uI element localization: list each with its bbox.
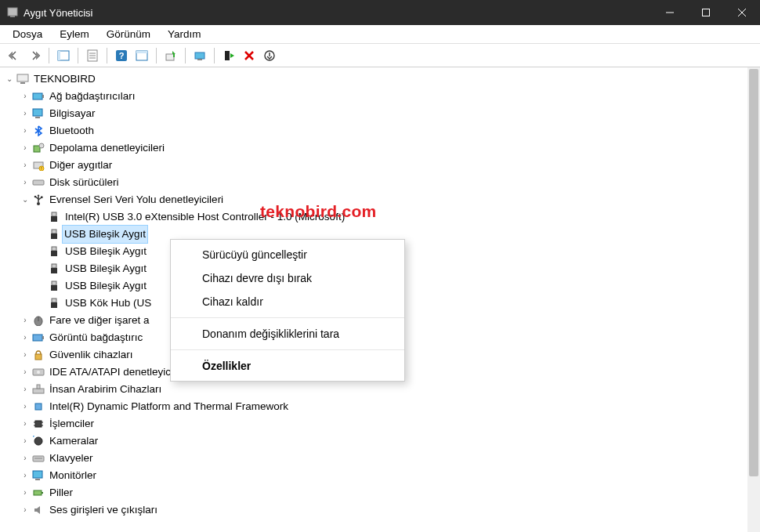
disk-drive-icon (31, 176, 45, 189)
disable-device-button[interactable] (260, 46, 279, 65)
tree-category-batteries[interactable]: › Piller (0, 484, 760, 501)
usb-device-icon (47, 245, 61, 258)
tree-category-intel-dptf[interactable]: › Intel(R) Dynamic Platform and Thermal … (0, 398, 760, 415)
svg-rect-57 (42, 336, 44, 339)
svg-rect-62 (37, 385, 40, 389)
tree-item-label: Ağ bağdaştırıcıları (49, 88, 136, 105)
tree-category-keyboards[interactable]: › Klavyeler (0, 450, 760, 467)
tree-category-disk[interactable]: › Disk sürücüleri (0, 174, 760, 191)
ctx-disable-device[interactable]: Cihazı devre dışı bırak (171, 266, 404, 290)
ctx-update-driver[interactable]: Sürücüyü güncelleştir (171, 243, 404, 266)
maximize-button[interactable] (688, 0, 724, 25)
svg-rect-64 (35, 421, 42, 427)
computer-icon (16, 73, 30, 85)
ctx-scan-hardware[interactable]: Donanım değişikliklerini tara (171, 322, 404, 346)
toolbar-separator (107, 48, 107, 63)
toolbar-separator (214, 48, 215, 63)
chevron-right-icon[interactable]: › (19, 383, 31, 396)
tree-root[interactable]: ⌄ TEKNOBIRD (0, 71, 760, 88)
svg-rect-48 (52, 264, 56, 268)
chevron-right-icon[interactable]: › (19, 400, 31, 413)
help-button[interactable]: ? (112, 46, 131, 65)
update-driver-button[interactable] (161, 46, 180, 65)
svg-rect-47 (51, 251, 57, 256)
chevron-right-icon[interactable]: › (19, 504, 31, 516)
processor-icon (31, 418, 45, 430)
tree-category-computer[interactable]: › Bilgisayar (0, 105, 760, 122)
mouse-icon (31, 314, 45, 327)
ide-controller-icon (31, 366, 45, 378)
tree-root-label: TEKNOBIRD (33, 71, 96, 88)
tree-category-storage[interactable]: › Depolama denetleyicileri (0, 139, 760, 157)
chevron-right-icon[interactable]: › (19, 331, 31, 344)
window-title: Aygıt Yöneticisi (24, 7, 92, 19)
menubar: Dosya Eylem Görünüm Yardım (0, 25, 760, 44)
chevron-down-icon[interactable]: ⌄ (19, 194, 31, 206)
tree-item-label: Görüntü bağdaştırıc (49, 329, 143, 346)
tree-item-label: USB Bileşik Aygıt (62, 225, 148, 244)
svg-rect-63 (35, 404, 42, 410)
show-hide-tree-button[interactable] (54, 46, 73, 65)
tree-category-usb[interactable]: ⌄ Evrensel Seri Veri Yolu denetleyiciler… (0, 191, 760, 208)
ctx-properties[interactable]: Özellikler (171, 354, 404, 378)
tree-item-label: Ses girişleri ve çıkışları (49, 501, 158, 519)
tree-device-usb-host-controller[interactable]: Intel(R) USB 3.0 eXtensible Host Control… (0, 208, 760, 226)
tree-category-sound[interactable]: › Ses girişleri ve çıkışları (0, 501, 760, 519)
menu-view[interactable]: Görünüm (99, 27, 158, 42)
bluetooth-icon (31, 125, 45, 137)
tree-category-bluetooth[interactable]: › Bluetooth (0, 122, 760, 139)
scan-hardware-button[interactable] (190, 46, 209, 65)
minimize-button[interactable] (652, 0, 688, 25)
tree-category-cameras[interactable]: › Kameralar (0, 432, 760, 450)
chevron-right-icon[interactable]: › (19, 452, 31, 465)
tree-item-label: Depolama denetleyicileri (49, 139, 165, 157)
chevron-right-icon[interactable]: › (19, 90, 31, 103)
tree-category-network[interactable]: › Ağ bağdaştırıcıları (0, 88, 760, 105)
menu-help[interactable]: Yardım (160, 27, 209, 42)
chevron-right-icon[interactable]: › (19, 125, 31, 137)
toolbar-separator (185, 48, 186, 63)
storage-controller-icon (31, 142, 45, 154)
context-menu: Sürücüyü güncelleştir Cihazı devre dışı … (170, 239, 405, 382)
chevron-right-icon[interactable]: › (19, 487, 31, 499)
forward-button[interactable] (25, 46, 44, 65)
uninstall-device-button[interactable] (240, 46, 259, 65)
svg-rect-0 (8, 8, 17, 16)
svg-rect-35 (33, 180, 44, 185)
chevron-right-icon[interactable]: › (19, 159, 31, 172)
svg-rect-16 (166, 54, 174, 60)
chevron-right-icon[interactable]: › (19, 469, 31, 482)
svg-rect-74 (35, 479, 40, 480)
enable-device-button[interactable] (219, 46, 238, 65)
camera-icon (31, 435, 45, 447)
close-button[interactable] (724, 0, 760, 25)
chevron-right-icon[interactable]: › (19, 435, 31, 447)
battery-icon (31, 487, 45, 499)
ctx-uninstall-device[interactable]: Cihazı kaldır (171, 290, 404, 313)
network-adapter-icon (31, 90, 45, 103)
tree-category-other[interactable]: › ! Diğer aygıtlar (0, 157, 760, 174)
tree-item-label: Intel(R) Dynamic Platform and Thermal Fr… (49, 398, 289, 415)
svg-point-40 (34, 196, 37, 198)
tree-category-processors[interactable]: › İşlemciler (0, 415, 760, 432)
other-devices-icon: ! (31, 159, 45, 172)
usb-controller-icon (31, 194, 45, 206)
chevron-right-icon[interactable]: › (19, 176, 31, 189)
tree-category-hid[interactable]: › İnsan Arabirim Cihazları (0, 381, 760, 398)
menu-action[interactable]: Eylem (52, 27, 97, 42)
chevron-right-icon[interactable]: › (19, 107, 31, 120)
keyboard-icon (31, 452, 45, 465)
tree-item-label: USB Bileşik Aygıt (64, 243, 147, 260)
chevron-right-icon[interactable]: › (19, 418, 31, 430)
chevron-right-icon[interactable]: › (19, 314, 31, 327)
chevron-right-icon[interactable]: › (19, 142, 31, 154)
action-button[interactable] (132, 46, 151, 65)
chevron-right-icon[interactable]: › (19, 366, 31, 378)
chevron-right-icon[interactable]: › (19, 349, 31, 361)
properties-button[interactable] (83, 46, 102, 65)
back-button[interactable] (5, 46, 24, 65)
tree-category-monitors[interactable]: › Monitörler (0, 467, 760, 484)
chevron-down-icon[interactable]: ⌄ (3, 73, 16, 85)
tree-item-label: USB Kök Hub (US (64, 295, 152, 312)
menu-file[interactable]: Dosya (5, 27, 50, 42)
